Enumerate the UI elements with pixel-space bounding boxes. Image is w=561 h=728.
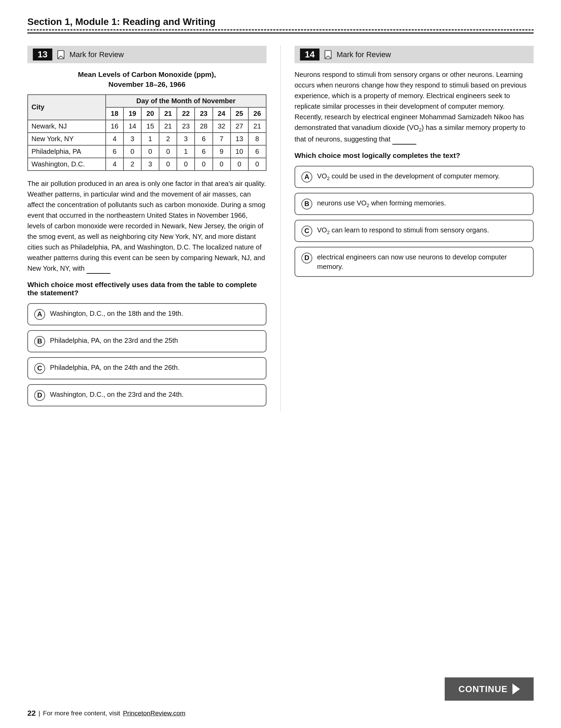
answer-choice-13-c[interactable]: C Philadelphia, PA, on the 24th and the … (27, 357, 266, 379)
choice-letter: D (301, 253, 312, 264)
value-cell: 0 (177, 158, 195, 171)
value-cell: 0 (248, 158, 266, 171)
passage-13: The air pollution produced in an area is… (27, 178, 266, 274)
choice-text: Washington, D.C., on the 18th and the 19… (50, 309, 183, 318)
question-14-header: 14 Mark for Review (295, 46, 534, 63)
value-cell: 4 (106, 158, 123, 171)
value-cell: 0 (231, 158, 248, 171)
blank-14 (392, 144, 416, 145)
blank-13 (87, 273, 110, 274)
choice-letter: D (34, 390, 45, 401)
value-cell: 21 (248, 120, 266, 133)
city-cell: Philadelphia, PA (28, 145, 106, 158)
arrow-right-icon (512, 684, 520, 695)
page-number: 22 (27, 709, 36, 718)
value-cell: 1 (141, 133, 159, 145)
page-title: Section 1, Module 1: Reading and Writing (27, 16, 534, 27)
choice-text: VO2 could be used in the development of … (317, 171, 500, 182)
value-cell: 27 (231, 120, 248, 133)
choice-letter: C (301, 226, 312, 237)
question-14-number: 14 (300, 49, 319, 60)
value-cell: 13 (231, 133, 248, 145)
table-row: New York, NY4312367138 (28, 133, 266, 145)
value-cell: 0 (123, 145, 141, 158)
value-cell: 16 (106, 120, 123, 133)
value-cell: 1 (177, 145, 195, 158)
answer-choice-13-a[interactable]: A Washington, D.C., on the 18th and the … (27, 303, 266, 325)
value-cell: 10 (231, 145, 248, 158)
bookmark-icon (57, 50, 65, 59)
value-cell: 9 (213, 145, 231, 158)
two-column-layout: 13 Mark for Review Mean Levels of Carbon… (27, 46, 534, 411)
value-cell: 6 (195, 145, 212, 158)
choice-text: Philadelphia, PA, on the 24th and the 26… (50, 363, 180, 372)
page-header: Section 1, Module 1: Reading and Writing (27, 16, 534, 33)
value-cell: 0 (159, 158, 177, 171)
data-table: City Day of the Month of November 18 19 … (27, 94, 266, 171)
prompt-14: Which choice most logically completes th… (295, 151, 534, 160)
col-right: 14 Mark for Review Neurons respond to st… (281, 46, 534, 411)
city-cell: New York, NY (28, 133, 106, 145)
choice-letter: B (301, 199, 312, 210)
value-cell: 3 (177, 133, 195, 145)
prompt-13: Which choice most effectively uses data … (27, 281, 266, 297)
page-footer: 22 | For more free content, visit Prince… (27, 709, 185, 718)
value-cell: 3 (123, 133, 141, 145)
choices-14: A VO2 could be used in the development o… (295, 166, 534, 277)
value-cell: 14 (123, 120, 141, 133)
value-cell: 28 (195, 120, 212, 133)
question-13-header: 13 Mark for Review (27, 46, 266, 63)
table-row: Washington, D.C.423000000 (28, 158, 266, 171)
choice-text: Washington, D.C., on the 23rd and the 24… (50, 390, 184, 399)
choices-13: A Washington, D.C., on the 18th and the … (27, 303, 266, 406)
value-cell: 2 (159, 133, 177, 145)
value-cell: 32 (213, 120, 231, 133)
choice-letter: C (34, 363, 45, 374)
table-row: Philadelphia, PA6000169106 (28, 145, 266, 158)
answer-choice-14-c[interactable]: C VO2 can learn to respond to stimuli fr… (295, 220, 534, 242)
city-col-header: City (28, 95, 106, 120)
value-cell: 6 (195, 133, 212, 145)
dashed-divider (27, 29, 534, 30)
value-cell: 0 (195, 158, 212, 171)
value-cell: 23 (177, 120, 195, 133)
value-cell: 2 (123, 158, 141, 171)
value-cell: 8 (248, 133, 266, 145)
footer-link[interactable]: PrincetonReview.com (123, 710, 185, 717)
footer-separator: | (38, 710, 40, 717)
answer-choice-14-d[interactable]: D electrical engineers can now use neuro… (295, 247, 534, 277)
col-left: 13 Mark for Review Mean Levels of Carbon… (27, 46, 281, 411)
value-cell: 0 (141, 145, 159, 158)
answer-choice-13-d[interactable]: D Washington, D.C., on the 23rd and the … (27, 384, 266, 406)
value-cell: 21 (159, 120, 177, 133)
value-cell: 3 (141, 158, 159, 171)
bookmark-icon-14 (324, 50, 332, 59)
choice-letter: B (34, 336, 45, 347)
passage-14: Neurons respond to stimuli from sensory … (295, 69, 534, 145)
choice-text: electrical engineers can now use neurons… (317, 252, 527, 271)
answer-choice-14-b[interactable]: B neurons use VO2 when forming memories. (295, 193, 534, 215)
page: Section 1, Module 1: Reading and Writing… (0, 0, 561, 728)
answer-choice-14-a[interactable]: A VO2 could be used in the development o… (295, 166, 534, 188)
mark-for-review-13[interactable]: Mark for Review (69, 50, 124, 59)
city-cell: Newark, NJ (28, 120, 106, 133)
table-title: Mean Levels of Carbon Monoxide (ppm), No… (27, 69, 266, 90)
day-header: Day of the Month of November (106, 95, 266, 107)
table-row: Newark, NJ161415212328322721 (28, 120, 266, 133)
choice-letter: A (301, 172, 312, 183)
value-cell: 15 (141, 120, 159, 133)
choice-text: Philadelphia, PA, on the 23rd and the 25… (50, 336, 178, 345)
value-cell: 0 (159, 145, 177, 158)
choice-letter: A (34, 309, 45, 320)
value-cell: 0 (213, 158, 231, 171)
value-cell: 4 (106, 133, 123, 145)
value-cell: 6 (106, 145, 123, 158)
choice-text: VO2 can learn to respond to stimuli from… (317, 225, 489, 236)
value-cell: 6 (248, 145, 266, 158)
mark-for-review-14[interactable]: Mark for Review (337, 50, 391, 59)
value-cell: 7 (213, 133, 231, 145)
continue-label: CONTINUE (458, 684, 508, 695)
answer-choice-13-b[interactable]: B Philadelphia, PA, on the 23rd and the … (27, 330, 266, 352)
continue-button[interactable]: CONTINUE (445, 677, 534, 701)
city-cell: Washington, D.C. (28, 158, 106, 171)
